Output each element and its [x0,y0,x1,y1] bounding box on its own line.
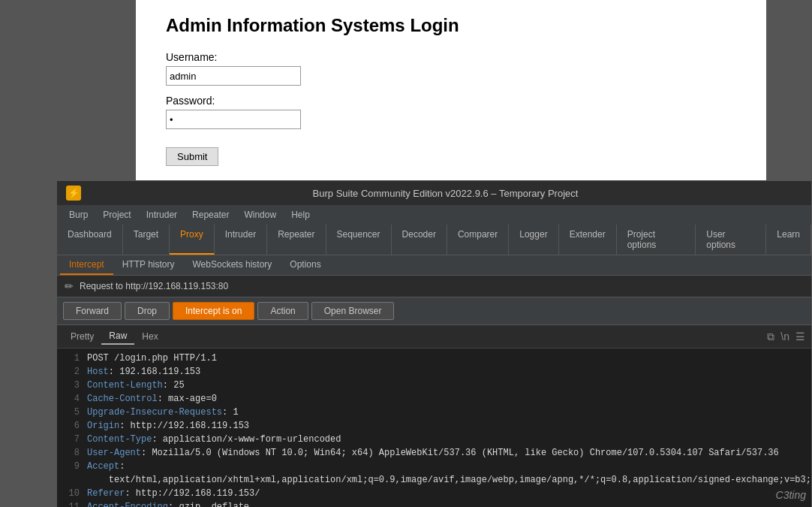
http-request-body: 1POST /login.php HTTP/1.12Host: 192.168.… [57,349,811,507]
http-line: 2Host: 192.168.119.153 [57,365,811,379]
tab-intruder[interactable]: Intruder [215,225,267,255]
http-line: 6Origin: http://192.168.119.153 [57,419,811,433]
tab-extender[interactable]: Extender [559,225,617,255]
content-tab-pretty[interactable]: Pretty [63,329,101,344]
menu-bar: Burp Project Intruder Repeater Window He… [57,205,811,225]
burp-logo: ⚡ [66,186,81,201]
tab-repeater[interactable]: Repeater [267,225,326,255]
http-line: 9Accept: [57,460,811,473]
menu-icon[interactable]: ☰ [795,330,805,343]
password-label: Password: [166,95,736,107]
menu-repeater[interactable]: Repeater [186,207,235,222]
username-group: Username: [166,51,736,86]
http-line: 3Content-Length: 25 [57,379,811,392]
http-line: 1POST /login.php HTTP/1.1 [57,352,811,365]
tab-proxy[interactable]: Proxy [170,225,215,255]
content-tab-hex[interactable]: Hex [134,329,165,344]
http-line: 7Content-Type: application/x-www-form-ur… [57,433,811,446]
open-browser-button[interactable]: Open Browser [311,302,395,320]
pencil-icon: ✏ [65,280,74,292]
content-tab-icons: ⧉ \n ☰ [767,330,805,343]
sub-tab-bar: Intercept HTTP history WebSockets histor… [57,255,811,276]
tab-sequencer[interactable]: Sequencer [326,225,392,255]
forward-button[interactable]: Forward [63,302,122,320]
intercept-toggle-button[interactable]: Intercept is on [173,302,254,320]
content-tab-bar: Pretty Raw Hex ⧉ \n ☰ [57,325,811,349]
subtab-http-history[interactable]: HTTP history [113,255,184,275]
http-line: 10Referer: http://192.168.119.153/ [57,487,811,500]
subtab-options[interactable]: Options [281,255,329,275]
main-tab-bar: Dashboard Target Proxy Intruder Repeater… [57,225,811,255]
request-bar: ✏ Request to http://192.168.119.153:80 [57,276,811,297]
http-line: 5Upgrade-Insecure-Requests: 1 [57,406,811,419]
http-line: 4Cache-Control: max-age=0 [57,392,811,406]
page-title: Admin Information Systems Login [166,15,736,36]
copy-icon[interactable]: ⧉ [767,330,774,343]
browser-webpage: Admin Information Systems Login Username… [136,0,766,189]
http-line: 8User-Agent: Mozilla/5.0 (Windows NT 10.… [57,446,811,460]
wrap-icon[interactable]: \n [780,330,789,343]
menu-intruder[interactable]: Intruder [140,207,183,222]
tab-decoder[interactable]: Decoder [392,225,447,255]
request-url: Request to http://192.168.119.153:80 [80,281,228,291]
action-bar: Forward Drop Intercept is on Action Open… [57,297,811,325]
tab-dashboard[interactable]: Dashboard [57,225,123,255]
subtab-intercept[interactable]: Intercept [60,255,113,275]
action-button[interactable]: Action [257,302,308,320]
tab-learn[interactable]: Learn [766,225,811,255]
password-group: Password: [166,95,736,129]
menu-help[interactable]: Help [285,207,316,222]
menu-project[interactable]: Project [97,207,137,222]
tab-project-options[interactable]: Project options [617,225,696,255]
http-line: 11Accept-Encoding: gzip, deflate [57,500,811,507]
tab-user-options[interactable]: User options [696,225,766,255]
password-input[interactable] [166,110,301,129]
submit-button[interactable]: Submit [166,147,218,166]
drop-button[interactable]: Drop [125,302,170,320]
menu-burp[interactable]: Burp [63,207,94,222]
menu-window[interactable]: Window [238,207,282,222]
username-input[interactable] [166,66,301,86]
tab-logger[interactable]: Logger [509,225,558,255]
content-tab-raw[interactable]: Raw [101,328,134,345]
burp-titlebar: ⚡ Burp Suite Community Edition v2022.9.6… [57,181,811,205]
watermark: C3ting [776,489,806,501]
tab-comparer[interactable]: Comparer [447,225,509,255]
subtab-websockets-history[interactable]: WebSockets history [184,255,281,275]
tab-target[interactable]: Target [123,225,170,255]
username-label: Username: [166,51,736,63]
burp-title: Burp Suite Community Edition v2022.9.6 –… [89,188,802,199]
http-line: text/html,application/xhtml+xml,applicat… [57,473,811,487]
burp-suite-window: ⚡ Burp Suite Community Edition v2022.9.6… [56,180,812,507]
